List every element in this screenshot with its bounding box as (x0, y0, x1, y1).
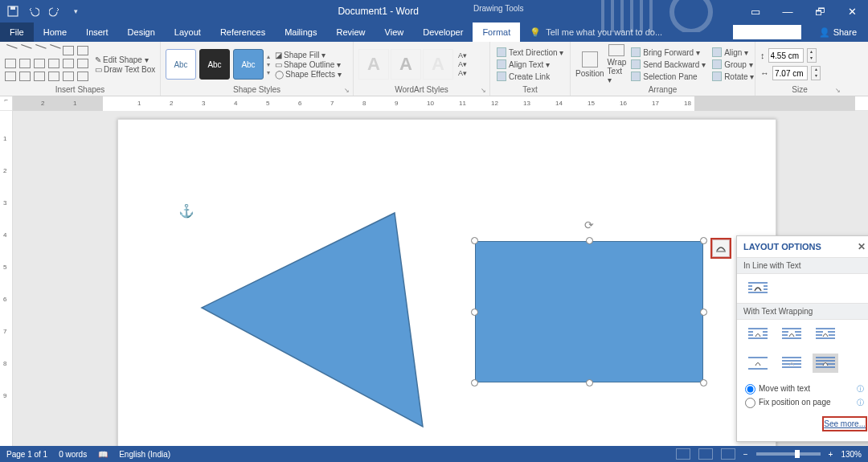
draw-text-box-button[interactable]: ▭Draw Text Box (93, 65, 157, 74)
wordart-1[interactable]: A (358, 49, 389, 80)
titlebar: ▾ Document1 - Word Drawing Tools ▭ — 🗗 ✕ (0, 0, 868, 22)
send-backward-button[interactable]: Send Backward ▾ (629, 59, 707, 70)
shape-style-3[interactable]: Abc (233, 49, 264, 80)
move-with-text-radio[interactable]: Move with textⓘ (745, 382, 864, 396)
align-text-button[interactable]: Align Text ▾ (495, 59, 565, 70)
edit-shape-button[interactable]: ✎Edit Shape ▾ (93, 55, 157, 64)
rotate-button[interactable]: Rotate ▾ (710, 71, 755, 82)
wrap-text-button[interactable]: Wrap Text ▾ (608, 44, 627, 84)
position-button[interactable]: Position (575, 44, 604, 84)
tab-insert[interactable]: Insert (76, 22, 118, 42)
shape-fill-label: Shape Fill ▾ (284, 51, 326, 59)
horizontal-ruler[interactable]: 21123456789101112131415161718 (13, 96, 868, 111)
flyout-close-icon[interactable]: ✕ (858, 241, 866, 252)
tab-design[interactable]: Design (118, 22, 165, 42)
zoom-level[interactable]: 130% (841, 450, 862, 459)
zoom-slider[interactable] (756, 452, 821, 456)
align-icon (712, 47, 722, 57)
tab-view[interactable]: View (375, 22, 414, 42)
shape-styles-launcher-icon[interactable]: ↘ (344, 87, 350, 94)
text-direction-button[interactable]: Text Direction ▾ (495, 47, 565, 58)
wrap-square-button[interactable] (745, 325, 771, 344)
wordart-launcher-icon[interactable]: ↘ (481, 87, 486, 94)
tab-developer[interactable]: Developer (413, 22, 473, 42)
create-link-button[interactable]: Create Link (495, 71, 565, 82)
share-icon: 👤 (819, 27, 830, 38)
wrap-infront-button[interactable] (813, 354, 838, 373)
tell-me-search[interactable]: 💡 Tell me what you want to do... (520, 22, 732, 42)
text-outline-button[interactable]: A▾ (457, 60, 469, 68)
tab-review[interactable]: Review (327, 22, 375, 42)
close-icon[interactable]: ✕ (836, 0, 868, 22)
info-icon[interactable]: ⓘ (857, 384, 864, 395)
group-button[interactable]: Group ▾ (710, 59, 755, 70)
tab-mailings[interactable]: Mailings (275, 22, 326, 42)
shape-styles-gallery[interactable]: Abc Abc Abc (166, 49, 264, 80)
status-page[interactable]: Page 1 of 1 (6, 450, 47, 459)
document-viewport[interactable]: ⚓ ⟳ LAYOUT OPT (13, 111, 868, 446)
bring-forward-button[interactable]: Bring Forward ▾ (629, 47, 707, 58)
ribbon-display-icon[interactable]: ▭ (739, 0, 772, 22)
vertical-ruler[interactable]: 123456789 (0, 111, 13, 446)
status-proofing-icon[interactable]: 📖 (98, 450, 108, 459)
selection-pane-button[interactable]: Selection Pane (629, 71, 707, 82)
zoom-in-icon[interactable]: + (829, 450, 833, 459)
shape-outline-button[interactable]: ▭Shape Outline ▾ (273, 60, 343, 69)
tab-references[interactable]: References (211, 22, 275, 42)
rotate-handle-icon[interactable]: ⟳ (584, 219, 594, 231)
group-insert-shapes: ✎Edit Shape ▾ ▭Draw Text Box Insert Shap… (0, 42, 161, 96)
tab-format[interactable]: Format (473, 22, 520, 42)
see-more-link[interactable]: See more... (824, 418, 866, 430)
wrap-inline-button[interactable] (745, 279, 771, 298)
gallery-more-icon[interactable]: ▾ (267, 69, 270, 76)
share-button[interactable]: 👤 Share (808, 22, 868, 42)
shape-style-2[interactable]: Abc (199, 49, 230, 80)
tab-file[interactable]: File (0, 22, 34, 42)
info-icon-2[interactable]: ⓘ (857, 398, 864, 408)
tab-layout[interactable]: Layout (165, 22, 211, 42)
redo-icon[interactable] (45, 2, 64, 21)
wordart-2[interactable]: A (391, 49, 421, 80)
shape-fill-button[interactable]: ◪Shape Fill ▾ (273, 51, 343, 59)
view-web-layout-icon[interactable] (721, 448, 735, 460)
view-print-layout-icon[interactable] (698, 448, 713, 460)
fix-position-radio[interactable]: Fix position on pageⓘ (745, 396, 864, 410)
tab-home[interactable]: Home (34, 22, 76, 42)
zoom-out-icon[interactable]: − (743, 450, 748, 459)
height-spinner[interactable]: ▴▾ (807, 48, 817, 63)
undo-icon[interactable] (24, 2, 43, 21)
height-input[interactable] (768, 48, 804, 63)
rectangle-shape-selected[interactable]: ⟳ (475, 241, 703, 382)
status-words[interactable]: 0 words (59, 450, 87, 459)
ruler-corner: ⌐ (0, 96, 13, 111)
wrap-behind-button[interactable] (779, 354, 805, 373)
wordart-3[interactable]: A (423, 49, 453, 80)
width-spinner[interactable]: ▴▾ (811, 66, 821, 80)
minimize-icon[interactable]: — (772, 0, 804, 22)
gallery-down-icon[interactable]: ▾ (267, 61, 270, 68)
shapes-gallery[interactable] (5, 46, 90, 83)
layout-options-button[interactable] (712, 239, 730, 257)
align-button[interactable]: Align ▾ (710, 47, 755, 58)
gallery-up-icon[interactable]: ▴ (267, 53, 270, 60)
qat-customize-icon[interactable]: ▾ (66, 2, 85, 21)
size-launcher-icon[interactable]: ↘ (835, 87, 841, 94)
wrap-topbottom-button[interactable] (745, 354, 771, 373)
group-shape-styles: Abc Abc Abc ▴ ▾ ▾ ◪Shape Fill ▾ ▭Shape O… (161, 42, 354, 96)
status-language[interactable]: English (India) (119, 450, 170, 459)
wrap-tight-button[interactable] (779, 325, 805, 344)
text-effects-button[interactable]: A▾ (457, 69, 469, 77)
page: ⚓ ⟳ LAYOUT OPT (117, 119, 776, 446)
wordart-gallery[interactable]: A A A (358, 49, 453, 80)
triangle-shape[interactable] (196, 206, 429, 432)
shape-outline-label: Shape Outline ▾ (284, 60, 341, 69)
shape-effects-button[interactable]: ◯Shape Effects ▾ (273, 70, 343, 79)
text-fill-button[interactable]: A▾ (457, 51, 469, 59)
position-label: Position (575, 69, 604, 78)
save-icon[interactable] (3, 2, 23, 21)
view-read-mode-icon[interactable] (676, 448, 690, 460)
shape-style-1[interactable]: Abc (166, 49, 196, 80)
width-input[interactable] (772, 66, 808, 80)
wrap-through-button[interactable] (813, 325, 838, 344)
restore-icon[interactable]: 🗗 (804, 0, 836, 22)
